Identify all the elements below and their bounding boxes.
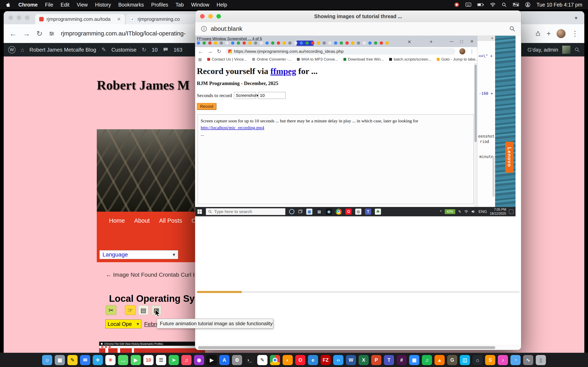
user-switch-icon[interactable] xyxy=(525,2,530,7)
wp-customise-link[interactable]: Customise xyxy=(112,47,137,53)
bookmark-item[interactable]: Download free Win... xyxy=(343,57,384,62)
tiny-tab-favicon[interactable] xyxy=(208,42,212,45)
notes-icon[interactable]: ✎ xyxy=(67,355,78,365)
tiny-tab-favicon[interactable] xyxy=(340,42,343,45)
ffmpeg-link[interactable]: ffmpeg xyxy=(270,67,296,76)
topic-select[interactable]: Local Ope ▾ xyxy=(105,319,141,328)
messages-icon[interactable]: … xyxy=(118,355,128,365)
itunes-icon[interactable]: ♪ xyxy=(498,355,508,365)
tiny-tab-favicon[interactable] xyxy=(265,42,269,45)
win-vertical-scrollbar[interactable] xyxy=(474,63,477,207)
volume-icon[interactable] xyxy=(471,210,476,213)
bookmark-item[interactable]: Goto - Jump to labe... xyxy=(437,57,477,62)
minimize-icon[interactable]: ─ xyxy=(450,39,453,44)
tiny-tab-favicon[interactable] xyxy=(271,42,274,45)
tiny-tab-favicon[interactable] xyxy=(237,42,240,45)
partial-scrollbar[interactable] xyxy=(493,156,494,197)
battery-icon[interactable] xyxy=(477,3,484,6)
control-center-icon[interactable] xyxy=(513,3,519,6)
menubar-item-help[interactable]: Help xyxy=(217,2,227,8)
pen-icon[interactable]: ✎ xyxy=(458,209,461,214)
safari-icon[interactable]: ✈ xyxy=(93,355,103,365)
close-window-button[interactable] xyxy=(200,14,205,18)
wp-comment-count[interactable]: 163 xyxy=(173,47,182,53)
settings-icon[interactable]: ⚙ xyxy=(232,355,242,365)
facetime-icon[interactable]: ▶ xyxy=(131,355,141,365)
blog-nav-link[interactable]: Home xyxy=(109,217,125,224)
appstore-icon[interactable]: A xyxy=(219,355,229,365)
opera-icon[interactable]: O xyxy=(295,355,305,365)
viewer-address[interactable]: about:blank xyxy=(211,25,242,32)
tiny-tab-favicon[interactable] xyxy=(380,42,383,45)
tiny-tab-favicon[interactable] xyxy=(323,42,326,45)
tiny-tab-favicon[interactable] xyxy=(231,42,234,45)
forward-button[interactable]: → xyxy=(208,49,213,54)
wp-greeting[interactable]: G'day, admin xyxy=(527,47,558,53)
tab-close-icon[interactable]: ✕ xyxy=(117,17,121,22)
tiny-tab-favicon[interactable] xyxy=(346,42,349,45)
tiny-tab-favicon[interactable] xyxy=(288,42,292,45)
tiny-tab-favicon[interactable] xyxy=(368,42,372,45)
spotify-icon[interactable]: ♫ xyxy=(422,355,432,365)
pointer-button[interactable]: ☞ xyxy=(125,305,136,315)
browser-tab-active[interactable]: rjmprogramming.com.au/toda ✕ xyxy=(35,14,125,24)
menubar-item-profiles[interactable]: Profiles xyxy=(151,2,168,8)
tiny-tab-favicon[interactable] xyxy=(214,42,217,45)
reload-button[interactable]: ↻ xyxy=(217,49,221,54)
tiny-tab-favicon[interactable] xyxy=(248,42,251,45)
record-button[interactable]: Record xyxy=(197,103,216,110)
tiny-tab-favicon[interactable] xyxy=(283,42,286,45)
animation-tutorial-button[interactable]: ✂ xyxy=(106,305,116,315)
tiny-tab-favicon[interactable] xyxy=(203,42,206,45)
tiny-tab-favicon[interactable] xyxy=(317,42,320,45)
mode-select[interactable]: Screenshot▾ xyxy=(234,92,256,99)
new-tab-icon[interactable]: + xyxy=(546,30,551,37)
spotlight-search-icon[interactable] xyxy=(502,2,507,7)
back-button[interactable]: ← xyxy=(9,30,17,37)
start-button[interactable] xyxy=(197,209,202,214)
scrollbar-thumb[interactable] xyxy=(198,346,495,349)
minimize-window-button[interactable] xyxy=(208,14,213,18)
wp-site-name[interactable]: Robert James Metcalfe Blog xyxy=(29,47,96,53)
excel-icon[interactable]: X xyxy=(359,355,369,365)
search-icon[interactable] xyxy=(509,26,515,32)
menubar-item-history[interactable]: History xyxy=(95,2,111,8)
zoom-window-button[interactable] xyxy=(216,14,221,18)
tiny-tab-favicon[interactable] xyxy=(254,42,257,45)
tiny-tab-favicon[interactable] xyxy=(311,42,314,45)
obs-icon[interactable]: ◎ xyxy=(355,209,361,215)
battery-indicator[interactable]: 42% xyxy=(445,209,455,214)
window-controls-inactive[interactable] xyxy=(9,16,29,20)
chrome-icon[interactable] xyxy=(336,209,342,215)
win-address-bar[interactable]: https://www.rjmprogramming.com.au/record… xyxy=(225,48,455,55)
photos-icon[interactable]: ▣ xyxy=(306,209,312,215)
task-view-icon[interactable] xyxy=(298,209,303,214)
language-indicator[interactable]: ENG xyxy=(479,209,487,214)
steam-icon[interactable]: ◉ xyxy=(326,209,332,215)
taskbar-clock[interactable]: 7:05 PM19/12/2025 xyxy=(490,208,506,216)
tiny-tab-favicon[interactable] xyxy=(294,42,297,45)
menubar-item-bookmarks[interactable]: Bookmarks xyxy=(118,2,144,8)
slack-icon[interactable]: # xyxy=(397,355,407,365)
menubar-item-file[interactable]: File xyxy=(45,2,53,8)
language-select[interactable]: Language ▾ xyxy=(99,250,178,259)
bookmark-item[interactable]: batch.scripts/screen... xyxy=(389,57,432,62)
menubar-clock[interactable]: Tue 10 Feb 4:17 pm xyxy=(536,2,582,8)
tab-close-icon[interactable]: ✕ xyxy=(407,39,411,45)
tiny-tab-favicon[interactable] xyxy=(220,42,223,45)
wp-search-icon[interactable] xyxy=(575,47,580,52)
wifi-icon[interactable] xyxy=(490,2,495,8)
maximize-icon[interactable]: □ xyxy=(460,39,463,44)
sublime-icon[interactable]: S xyxy=(485,355,495,365)
comments-icon[interactable] xyxy=(163,47,168,52)
network-icon[interactable] xyxy=(464,210,468,214)
firefox-icon[interactable]: ◐ xyxy=(283,355,293,365)
minimize-window-button[interactable] xyxy=(17,16,21,20)
leaf-icon[interactable]: ☘ xyxy=(375,209,381,215)
tiny-tab-favicon[interactable] xyxy=(225,42,229,45)
site-settings-icon[interactable] xyxy=(49,31,55,37)
tiny-tab-favicon[interactable] xyxy=(351,42,355,45)
win-profile-avatar[interactable] xyxy=(459,48,465,54)
wordpress-logo-icon[interactable]: W xyxy=(8,46,16,53)
cortana-icon[interactable] xyxy=(289,209,294,214)
